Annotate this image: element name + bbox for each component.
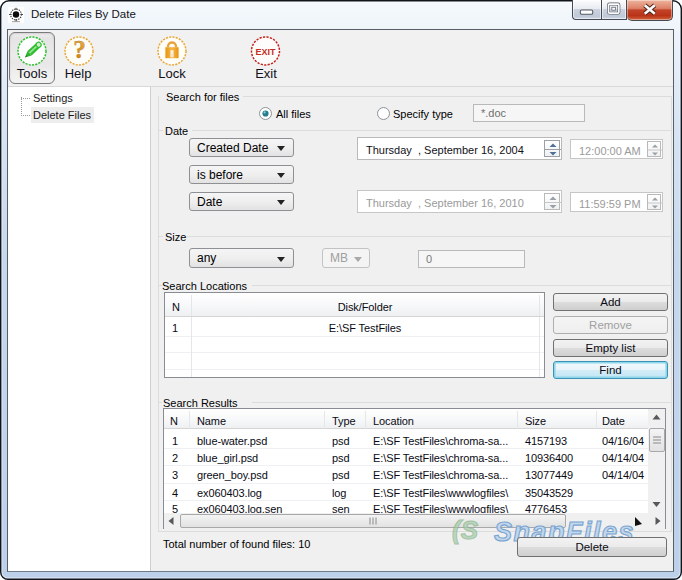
svg-text:EXIT: EXIT <box>255 47 276 57</box>
svg-text:(S: (S <box>452 515 479 545</box>
svg-text:?: ? <box>73 36 86 63</box>
